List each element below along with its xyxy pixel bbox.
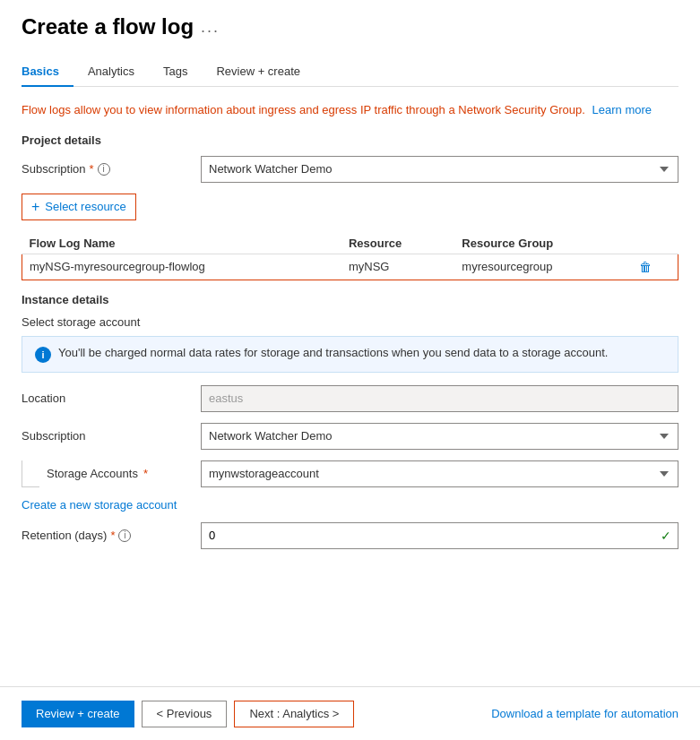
delete-row-icon[interactable]: 🗑 xyxy=(639,260,652,274)
resource-group-cell: myresourcegroup xyxy=(454,254,632,280)
tab-bar: Basics Analytics Tags Review + create xyxy=(22,57,678,87)
download-template-link[interactable]: Download a template for automation xyxy=(491,707,678,720)
storage-accounts-label: Storage Accounts * xyxy=(22,460,201,487)
ellipsis-menu[interactable]: ... xyxy=(201,18,220,37)
select-storage-label: Select storage account xyxy=(22,315,678,329)
retention-label: Retention (days) * i xyxy=(22,529,201,542)
col-resource-group: Resource Group xyxy=(454,233,632,254)
storage-info-box: i You'll be charged normal data rates fo… xyxy=(22,336,678,373)
table-row: myNSG-myresourcegroup-flowlog myNSG myre… xyxy=(22,254,678,280)
subscription-info-icon[interactable]: i xyxy=(98,163,110,176)
previous-button[interactable]: < Previous xyxy=(142,701,228,727)
tab-review-create[interactable]: Review + create xyxy=(216,57,315,87)
flow-log-name-cell: myNSG-myresourcegroup-flowlog xyxy=(22,254,341,280)
subscription-select[interactable]: Network Watcher Demo xyxy=(201,156,678,183)
instance-details-header: Instance details xyxy=(22,293,678,306)
retention-input[interactable] xyxy=(201,522,678,549)
tab-analytics[interactable]: Analytics xyxy=(88,57,149,87)
create-new-storage-link[interactable]: Create a new storage account xyxy=(22,498,678,512)
info-circle-icon: i xyxy=(35,347,51,363)
storage-accounts-row: Storage Accounts * mynwstorageaccount xyxy=(22,460,678,487)
retention-check-icon: ✓ xyxy=(661,529,671,543)
storage-info-text: You'll be charged normal data rates for … xyxy=(58,346,608,359)
location-row: Location xyxy=(22,385,678,412)
plus-icon: + xyxy=(31,199,39,215)
review-create-button[interactable]: Review + create xyxy=(22,701,134,727)
tab-tags[interactable]: Tags xyxy=(163,57,202,87)
col-flow-log-name: Flow Log Name xyxy=(22,233,341,254)
storage-accounts-select[interactable]: mynwstorageaccount xyxy=(201,460,678,487)
page-title: Create a flow log xyxy=(22,14,194,39)
info-banner: Flow logs allow you to view information … xyxy=(22,101,678,119)
col-resource: Resource xyxy=(341,233,454,254)
retention-row: Retention (days) * i ✓ xyxy=(22,522,678,549)
instance-subscription-row: Subscription Network Watcher Demo xyxy=(22,423,678,450)
select-resource-button[interactable]: + Select resource xyxy=(22,194,136,220)
location-label: Location xyxy=(22,392,201,405)
bottom-bar: Review + create < Previous Next : Analyt… xyxy=(0,686,700,740)
indent-indicator xyxy=(22,460,39,487)
resource-table: Flow Log Name Resource Resource Group my… xyxy=(22,233,678,280)
subscription-row: Subscription * i Network Watcher Demo xyxy=(22,156,678,183)
tab-basics[interactable]: Basics xyxy=(22,57,73,87)
storage-required: * xyxy=(143,467,148,480)
subscription-required: * xyxy=(90,162,94,176)
instance-subscription-select[interactable]: Network Watcher Demo xyxy=(201,423,678,450)
location-input xyxy=(201,385,678,412)
learn-more-link[interactable]: Learn more xyxy=(592,103,652,116)
subscription-label: Subscription * i xyxy=(22,162,201,176)
next-analytics-button[interactable]: Next : Analytics > xyxy=(234,701,354,727)
retention-info-icon[interactable]: i xyxy=(118,529,131,542)
retention-input-wrap: ✓ xyxy=(201,522,678,549)
resource-cell: myNSG xyxy=(341,254,454,280)
instance-subscription-label: Subscription xyxy=(22,429,201,443)
project-details-header: Project details xyxy=(22,133,678,147)
instance-details-section: Instance details Select storage account … xyxy=(22,293,678,549)
